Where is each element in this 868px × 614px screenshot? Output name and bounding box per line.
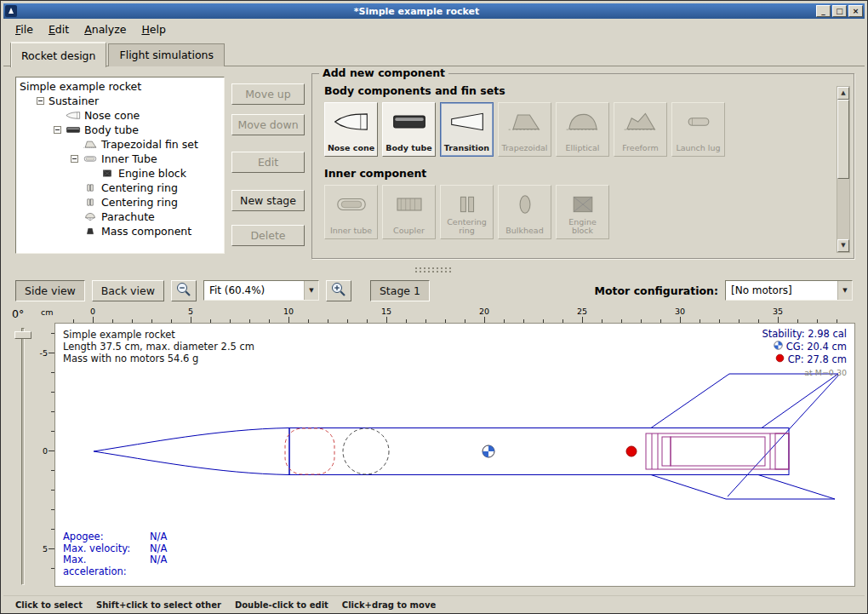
tree-collapse-handle[interactable] (71, 155, 78, 163)
scroll-up-button[interactable]: ▲ (837, 87, 849, 100)
move-up-button: Move up (231, 83, 305, 105)
side-view-button[interactable]: Side view (15, 280, 85, 301)
app-icon (5, 5, 17, 17)
ruler-unit-label: cm (39, 306, 54, 323)
magnifier-minus-icon (175, 281, 192, 301)
chevron-down-icon[interactable]: ▼ (304, 281, 318, 300)
component-button-centering-ring: Centering ring (440, 185, 494, 239)
tree-item-centering-ring[interactable]: Centering ring (16, 195, 224, 209)
scroll-down-button[interactable]: ▼ (837, 239, 849, 252)
application-window: *Simple example rocket _ □ × FileEditAna… (0, 0, 868, 614)
nosecone-icon (66, 110, 81, 121)
tree-item-engine-block[interactable]: Engine block (16, 166, 224, 181)
component-scrollbar[interactable]: ▲ ▼ (837, 86, 850, 253)
close-button[interactable]: × (848, 5, 863, 17)
stage-1-toggle[interactable]: Stage 1 (370, 280, 430, 301)
tree-collapse-handle[interactable] (37, 97, 44, 105)
add-component-panel: Add new component Body components and fi… (311, 73, 854, 259)
tree-item-centering-ring[interactable]: Centering ring (16, 181, 224, 195)
menu-analyze[interactable]: Analyze (77, 20, 133, 38)
mass-component-outline (343, 428, 389, 474)
cg-marker (483, 445, 494, 457)
zoom-in-button[interactable] (326, 280, 351, 301)
component-button-body-tube[interactable]: Body tube (382, 102, 436, 157)
tree-collapse-handle[interactable] (54, 126, 61, 134)
rocket-canvas[interactable]: Simple example rocket Length 37.5 cm, ma… (54, 323, 855, 587)
menu-edit[interactable]: Edit (42, 20, 76, 38)
splitter-grip-icon (414, 267, 454, 273)
tree-item-mass-component[interactable]: Mass component (16, 224, 224, 238)
rocket-info-block: Simple example rocket Length 37.5 cm, ma… (63, 329, 254, 364)
tree-item-simple-example-rocket[interactable]: Simple example rocket (16, 79, 224, 94)
maximize-button[interactable]: □ (832, 5, 847, 17)
centeringring-icon (83, 182, 98, 193)
fin-upper-outline (651, 374, 838, 428)
status-hint-click-drag-to-move: Click+drag to move (342, 600, 436, 610)
centeringring-icon (83, 197, 98, 208)
rotation-slider[interactable] (21, 328, 25, 585)
motor-configuration-label: Motor configuration: (595, 284, 718, 297)
motor-configuration-select[interactable]: [No motors] ▼ (725, 280, 853, 301)
rotation-angle-label: 0° (12, 307, 24, 320)
tree-item-trapezoidal-fin-set[interactable]: Trapezoidal fin set (16, 137, 224, 152)
tree-item-inner-tube[interactable]: Inner Tube (16, 152, 224, 166)
fin-lower-outline (651, 475, 835, 500)
tree-item-parachute[interactable]: Parachute (16, 209, 224, 224)
group-label-inner-component: Inner component (324, 167, 854, 180)
menu-file[interactable]: File (9, 20, 40, 38)
tabbar: Rocket designFlight simulations (3, 40, 865, 66)
stability-block: Stability: 2.98 cal CG: 20.4 cm CP: 27.8… (762, 328, 847, 379)
statusbar: Click to selectShift+click to select oth… (3, 595, 865, 614)
flight-data-block: Apogee:N/A Max. velocity:N/A Max. accele… (63, 531, 167, 577)
chevron-down-icon[interactable]: ▼ (837, 281, 852, 300)
component-button-transition[interactable]: Transition (440, 102, 494, 157)
zoom-out-button[interactable] (171, 280, 197, 301)
rocket-design-pane: Simple example rocketSustainerNose coneB… (3, 66, 865, 614)
component-button-nose-cone[interactable]: Nose cone (324, 102, 378, 157)
new-stage-button[interactable]: New stage (231, 190, 305, 211)
tab-rocket-design[interactable]: Rocket design (10, 42, 106, 67)
tab-flight-simulations[interactable]: Flight simulations (108, 43, 225, 66)
tree-item-sustainer[interactable]: Sustainer (16, 94, 224, 108)
status-hint-click-to-select: Click to select (15, 600, 83, 610)
scrollbar-thumb[interactable] (837, 100, 849, 179)
vertical-ruler: -505 (39, 323, 54, 588)
innertube-icon (83, 153, 98, 164)
design-top-section: Simple example rocketSustainerNose coneB… (3, 66, 865, 264)
design-tree[interactable]: Simple example rocketSustainerNose coneB… (15, 77, 225, 254)
tree-item-body-tube[interactable]: Body tube (16, 123, 224, 137)
stability-value: Stability: 2.98 cal (762, 328, 847, 341)
view-toolbar: Side view Back view Fit (60.4%) ▼ Stage … (3, 275, 865, 306)
delete-button: Delete (231, 225, 305, 246)
rocket-figure-area: 0° cm 05101520253035 -505 (3, 306, 865, 595)
fin-icon (83, 139, 98, 150)
component-button-bulkhead: Bulkhead (498, 185, 551, 239)
titlebar[interactable]: *Simple example rocket _ □ × (3, 3, 865, 19)
cp-marker (626, 446, 637, 456)
component-button-coupler: Coupler (382, 185, 436, 239)
nose-cone-outline (94, 428, 289, 475)
tree-item-nose-cone[interactable]: Nose cone (16, 108, 224, 123)
back-view-button[interactable]: Back view (92, 280, 164, 301)
component-button-freeform: Freeform (614, 102, 667, 157)
trapezoidal-icon (505, 108, 545, 135)
mass-icon (83, 226, 98, 237)
engineblock-icon (100, 168, 115, 179)
menu-help[interactable]: Help (134, 20, 173, 38)
status-hint-shift-click-to-select-other: Shift+click to select other (96, 600, 221, 610)
fin-angled-edge (728, 375, 839, 496)
zoom-select[interactable]: Fit (60.4%) ▼ (203, 280, 319, 301)
rotation-slider-handle[interactable] (14, 331, 31, 339)
horizontal-splitter[interactable] (3, 264, 865, 275)
component-button-engine-block: Engine block (556, 185, 609, 239)
parachute-icon (83, 211, 98, 222)
horizontal-ruler: 05101520253035 (54, 306, 855, 323)
component-button-elliptical: Elliptical (556, 102, 609, 157)
centeringring-icon (448, 191, 487, 218)
component-button-inner-tube: Inner tube (324, 185, 378, 239)
minimize-button[interactable]: _ (816, 5, 831, 17)
cg-value: CG: 20.4 cm (786, 341, 847, 353)
innertube-icon (332, 191, 371, 218)
transition-icon (448, 108, 487, 135)
menubar: FileEditAnalyzeHelp (3, 19, 865, 40)
